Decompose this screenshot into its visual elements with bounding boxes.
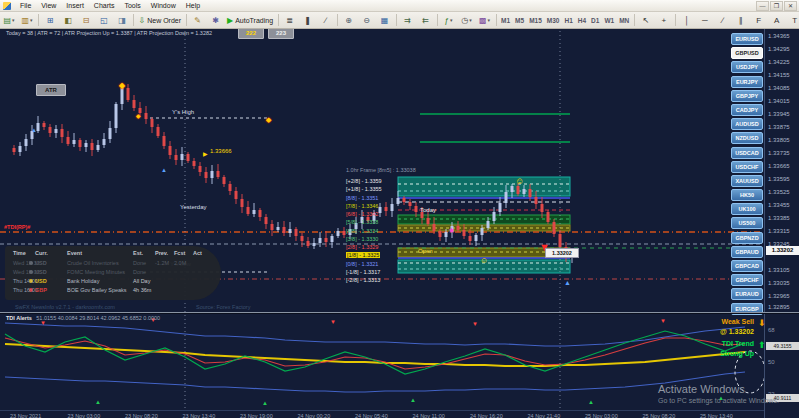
zoom-out-button[interactable]: ⊖ bbox=[358, 13, 375, 28]
horizontal-line-button[interactable]: ─ bbox=[696, 13, 713, 28]
symbol-button-euraud[interactable]: EURAUD bbox=[731, 288, 763, 300]
chevron-down-icon: ▾ bbox=[12, 17, 15, 23]
menu-view[interactable]: View bbox=[36, 2, 61, 9]
autotrading-button[interactable]: ▶AutoTrading bbox=[225, 13, 275, 28]
menu-insert[interactable]: Insert bbox=[61, 2, 89, 9]
buy-arrow-icon: ▲ bbox=[564, 279, 571, 286]
metaeditor-button[interactable]: ✎ bbox=[189, 13, 206, 28]
zone-button-223[interactable]: 223 bbox=[268, 28, 294, 39]
fibonacci-button[interactable]: F bbox=[750, 13, 767, 28]
chart-shift-button[interactable]: ⇇ bbox=[417, 13, 434, 28]
horizontal-line-icon: ─ bbox=[702, 16, 708, 25]
news-footer-left: SwFX NewsInfo v2.7.1 - darkroomfx.com bbox=[15, 304, 115, 310]
timeframe-h1[interactable]: H1 bbox=[562, 17, 575, 24]
symbol-button-usdjpy[interactable]: USDJPY bbox=[731, 61, 763, 73]
text-label-button[interactable]: T bbox=[786, 13, 799, 28]
symbol-button-audusd[interactable]: AUDUSD bbox=[731, 118, 763, 130]
timeframe-w1[interactable]: W1 bbox=[602, 17, 617, 24]
symbol-button-us500[interactable]: US500 bbox=[731, 217, 763, 229]
chart-line-button[interactable]: ∕ bbox=[317, 13, 334, 28]
menu-charts[interactable]: Charts bbox=[89, 2, 120, 9]
new-chart-button[interactable]: ▤▾ bbox=[1, 13, 18, 28]
symbol-button-usdcad[interactable]: USDCAD bbox=[731, 147, 763, 159]
trendline-icon: ∕ bbox=[722, 16, 723, 25]
expert-advisors-button[interactable]: ✱ bbox=[207, 13, 224, 28]
symbol-button-gbpcad[interactable]: GBPCAD bbox=[731, 260, 763, 272]
chart-bars-button[interactable]: ≣ bbox=[281, 13, 298, 28]
strategy-tester-button[interactable]: ◨ bbox=[114, 13, 131, 28]
activate-windows-watermark: Activate Windows bbox=[658, 383, 745, 395]
tile-windows-button[interactable]: ▦ bbox=[376, 13, 393, 28]
data-window-button[interactable]: ◧ bbox=[60, 13, 77, 28]
zoom-in-icon: ⊕ bbox=[345, 16, 352, 25]
crosshair-button[interactable]: + bbox=[655, 13, 672, 28]
equidistant-channel-button[interactable]: ∥ bbox=[732, 13, 749, 28]
terminal-button[interactable]: ◱ bbox=[96, 13, 113, 28]
timeframe-h4[interactable]: H4 bbox=[575, 17, 588, 24]
symbol-button-eurjpy[interactable]: EURJPY bbox=[731, 76, 763, 88]
murrey-level-label: [8/8] - 1.3351 bbox=[346, 195, 378, 201]
symbol-button-eurusd[interactable]: EURUSD bbox=[731, 33, 763, 45]
symbol-button-gbpusd[interactable]: GBPUSD bbox=[731, 47, 763, 59]
news-cell: Done bbox=[133, 269, 146, 275]
zone-button-222[interactable]: 222 bbox=[238, 28, 264, 39]
trendline-button[interactable]: ∕ bbox=[714, 13, 731, 28]
templates-button[interactable]: ▩▾ bbox=[476, 13, 493, 28]
symbol-button-gbpaud[interactable]: GBPAUD bbox=[731, 246, 763, 258]
new-order-button[interactable]: ⇩New Order bbox=[137, 13, 184, 28]
menu-window[interactable]: Window bbox=[146, 2, 181, 9]
timeframe-m15[interactable]: M15 bbox=[527, 17, 545, 24]
timeframe-m5[interactable]: M5 bbox=[513, 17, 527, 24]
news-cell: USD bbox=[35, 269, 47, 275]
toolbar-divider bbox=[675, 14, 676, 26]
main-chart-canvas[interactable] bbox=[0, 27, 765, 418]
price-axis[interactable]: 1.343651.342951.342251.341551.340851.340… bbox=[764, 27, 799, 418]
profiles-button[interactable]: ▥▾ bbox=[19, 13, 36, 28]
symbol-button-cadjpy[interactable]: CADJPY bbox=[731, 104, 763, 116]
murrey-level-label: [+2/8] - 1.3359 bbox=[346, 178, 382, 184]
menu-help[interactable]: Help bbox=[181, 2, 205, 9]
timeframe-d1[interactable]: D1 bbox=[589, 17, 602, 24]
murrey-level-label: [+1/8] - 1.3355 bbox=[346, 186, 382, 192]
tdi-signal-weak-sell: Weak Sell bbox=[694, 318, 754, 325]
tdi-value-box: 49.3155 bbox=[766, 342, 799, 350]
text-button[interactable]: A bbox=[768, 13, 785, 28]
zoom-in-button[interactable]: ⊕ bbox=[340, 13, 357, 28]
close-icon[interactable]: ✕ bbox=[784, 1, 797, 11]
alert-diamond-icon: ◆ bbox=[119, 82, 125, 90]
news-cell: USD bbox=[35, 278, 47, 284]
chart-candles-button[interactable]: ❚ bbox=[299, 13, 316, 28]
timeframe-mn[interactable]: MN bbox=[617, 17, 632, 24]
market-watch-button[interactable]: ⊞ bbox=[42, 13, 59, 28]
time-label: 24 Nov 16:20 bbox=[470, 413, 503, 418]
symbol-button-gbpjpy[interactable]: GBPJPY bbox=[731, 90, 763, 102]
toolbar-divider bbox=[38, 14, 39, 26]
news-cell: Crude Oil Inventories bbox=[67, 260, 119, 266]
restore-icon[interactable]: ❐ bbox=[770, 1, 783, 11]
symbol-button-usdchf[interactable]: USDCHF bbox=[731, 161, 763, 173]
symbol-button-uk100[interactable]: UK100 bbox=[731, 203, 763, 215]
timeframe-m30[interactable]: M30 bbox=[544, 17, 562, 24]
symbol-button-xauusd[interactable]: XAUUSD bbox=[731, 175, 763, 187]
timeframe-m1[interactable]: M1 bbox=[499, 17, 513, 24]
news-cell: USD bbox=[35, 260, 47, 266]
yesterday-label: Yesterday bbox=[180, 204, 206, 210]
auto-scroll-button[interactable]: ⇉ bbox=[399, 13, 416, 28]
symbol-button-nzdusd[interactable]: NZDUSD bbox=[731, 132, 763, 144]
symbol-button-hk50[interactable]: HK50 bbox=[731, 189, 763, 201]
time-axis[interactable]: 23 Nov 202123 Nov 03:0023 Nov 08:2023 No… bbox=[0, 410, 764, 418]
vertical-line-button[interactable]: │ bbox=[678, 13, 695, 28]
periods-button[interactable]: ◷▾ bbox=[458, 13, 475, 28]
trend-up-arrow-icon: ⬆ bbox=[758, 340, 766, 350]
indicators-button[interactable]: ƒ▾ bbox=[440, 13, 457, 28]
cursor-button[interactable]: ↖ bbox=[637, 13, 654, 28]
atr-button[interactable]: ATR bbox=[36, 84, 66, 96]
minimize-icon[interactable]: — bbox=[756, 1, 769, 11]
yesterday-high-label: Y's High bbox=[172, 109, 194, 115]
symbol-button-gbpnzd[interactable]: GBPNZD bbox=[731, 232, 763, 244]
symbol-button-gbpchf[interactable]: GBPCHF bbox=[731, 274, 763, 286]
menu-file[interactable]: File bbox=[15, 2, 36, 9]
navigator-button[interactable]: ⊟ bbox=[78, 13, 95, 28]
buy-arrow-icon: ▲ bbox=[161, 167, 167, 173]
menu-tools[interactable]: Tools bbox=[119, 2, 145, 9]
